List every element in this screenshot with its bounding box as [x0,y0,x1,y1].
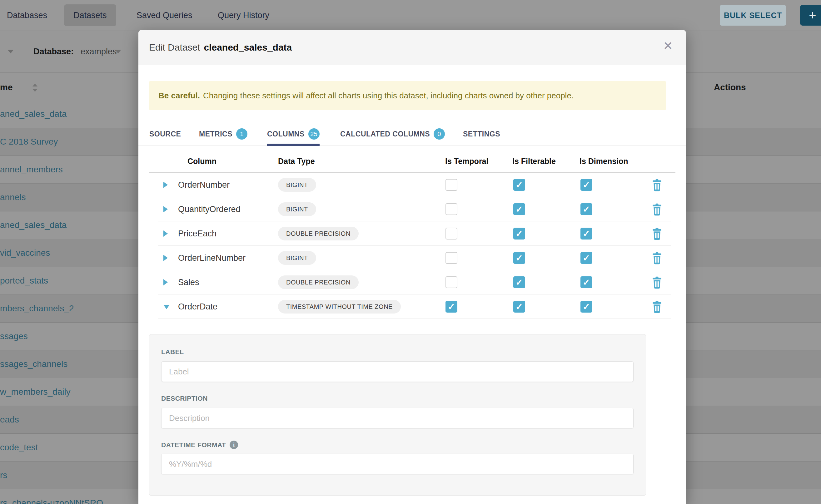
tab-metrics[interactable]: METRICS1 [199,124,247,144]
is-dimension-checkbox[interactable]: ✓ [581,252,592,264]
column-row: SalesDOUBLE PRECISION✓✓ [138,270,686,294]
info-icon[interactable]: i [230,441,238,449]
expand-caret-icon[interactable] [163,230,168,237]
tab-settings[interactable]: SETTINGS [463,124,500,144]
tab-count-badge: 1 [236,128,247,140]
expand-caret-icon[interactable] [163,206,168,212]
is-dimension-checkbox[interactable]: ✓ [581,228,592,240]
column-header-column: Column [187,157,216,166]
plus-icon: + [809,8,816,22]
dataset-link[interactable]: rs_channels-uzooNNtSRO [0,489,103,504]
nav-item-saved-queries[interactable]: Saved Queries [136,0,192,31]
dataset-link[interactable]: annels [0,184,26,211]
delete-column-trash-icon[interactable] [651,203,663,216]
delete-column-trash-icon[interactable] [651,252,663,264]
dataset-link[interactable]: annel_members [0,156,63,183]
data-type-pill: BIGINT [278,178,316,192]
tab-label: CALCULATED COLUMNS [340,130,430,138]
nav-item-databases[interactable]: Databases [7,0,47,31]
warning-bold: Be careful. [158,91,200,101]
column-detail-panel: LABEL DESCRIPTION DATETIME FORMAT i [149,334,646,496]
dataset-link[interactable]: vid_vaccines [0,239,50,267]
expand-caret-icon[interactable] [163,182,168,188]
top-nav: Databases Datasets Saved Queries Query H… [0,0,821,31]
column-name: OrderDate [178,294,217,319]
expand-caret-icon[interactable] [163,255,168,261]
column-header-is-dimension: Is Dimension [580,157,628,166]
tab-columns[interactable]: COLUMNS25 [267,124,319,144]
dataset-link[interactable]: ssages [0,323,28,350]
expand-caret-icon[interactable] [163,279,168,285]
is-dimension-checkbox[interactable]: ✓ [581,301,592,313]
data-type-pill: DOUBLE PRECISION [278,275,358,289]
dataset-link[interactable]: mbers_channels_2 [0,295,74,322]
tab-count-badge: 0 [434,128,445,140]
is-filterable-checkbox[interactable]: ✓ [513,276,525,288]
is-temporal-checkbox[interactable] [446,228,458,240]
edit-dataset-modal: Edit Dataset cleaned_sales_data ✕ Be car… [138,30,686,504]
bulk-select-button[interactable]: BULK SELECT [720,5,786,26]
column-name: Sales [178,270,199,294]
column-header-is-filterable: Is Filterable [512,157,556,166]
column-name: OrderNumber [178,173,230,197]
modal-title-dataset-name: cleaned_sales_data [204,42,292,53]
is-dimension-checkbox[interactable]: ✓ [581,203,592,215]
database-filter-value[interactable]: examples [81,31,117,72]
delete-column-trash-icon[interactable] [651,301,663,313]
delete-column-trash-icon[interactable] [651,179,663,191]
dataset-link[interactable]: ported_stats [0,267,48,294]
dataset-link[interactable]: rs [0,462,7,489]
name-column-header[interactable]: me [0,82,12,92]
tab-count-badge: 25 [308,128,319,140]
data-type-pill: BIGINT [278,251,316,265]
collapse-caret-icon[interactable] [163,305,170,309]
dataset-link[interactable]: ssages_channels [0,350,67,378]
dataset-link[interactable]: aned_sales_data [0,211,67,239]
is-temporal-checkbox[interactable] [446,276,458,288]
is-dimension-checkbox[interactable]: ✓ [581,179,592,191]
nav-item-query-history[interactable]: Query History [218,0,269,31]
is-filterable-checkbox[interactable]: ✓ [513,228,525,240]
add-dataset-button[interactable]: + [800,5,821,26]
delete-column-trash-icon[interactable] [651,276,663,289]
is-filterable-checkbox[interactable]: ✓ [513,301,525,313]
label-field-label: LABEL [161,348,184,356]
dataset-link[interactable]: eads [0,406,19,433]
tab-calculated-columns[interactable]: CALCULATED COLUMNS0 [340,124,445,144]
chevron-down-icon[interactable] [7,50,14,53]
column-header-data-type: Data Type [278,157,315,166]
delete-column-trash-icon[interactable] [651,228,663,240]
chevron-down-icon[interactable] [115,50,121,53]
label-input[interactable] [161,361,634,382]
is-temporal-checkbox[interactable] [446,179,458,191]
tab-label: SETTINGS [463,130,500,138]
is-filterable-checkbox[interactable]: ✓ [513,203,525,215]
actions-column-header: Actions [714,82,746,92]
dataset-link[interactable]: aned_sales_data [0,100,67,128]
is-filterable-checkbox[interactable]: ✓ [513,252,525,264]
tab-source[interactable]: SOURCE [149,124,181,144]
is-dimension-checkbox[interactable]: ✓ [581,276,592,288]
is-temporal-checkbox[interactable] [446,203,458,215]
dataset-link[interactable]: C 2018 Survey [0,128,58,156]
tab-label: METRICS [199,130,232,138]
description-field-label: DESCRIPTION [161,395,208,402]
is-temporal-checkbox[interactable]: ✓ [446,301,458,313]
close-icon[interactable]: ✕ [661,39,675,53]
modal-title-prefix: Edit Dataset [149,42,200,53]
warning-banner: Be careful. Changing these settings will… [149,81,666,110]
is-temporal-checkbox[interactable] [446,252,458,264]
column-name: PriceEach [178,221,216,246]
column-row: OrderLineNumberBIGINT✓✓ [138,246,686,270]
data-type-pill: DOUBLE PRECISION [278,227,358,240]
datetime-format-input[interactable] [161,454,634,474]
dataset-link[interactable]: w_members_daily [0,378,71,406]
dataset-link[interactable]: code_test [0,434,38,461]
sort-icon[interactable] [32,83,37,92]
description-input[interactable] [161,408,634,428]
is-filterable-checkbox[interactable]: ✓ [513,179,525,191]
nav-item-datasets[interactable]: Datasets [73,0,107,31]
column-header-is-temporal: Is Temporal [445,157,488,166]
modal-tabs: SOURCEMETRICS1COLUMNS25CALCULATED COLUMN… [138,124,686,146]
data-type-pill: BIGINT [278,202,316,216]
